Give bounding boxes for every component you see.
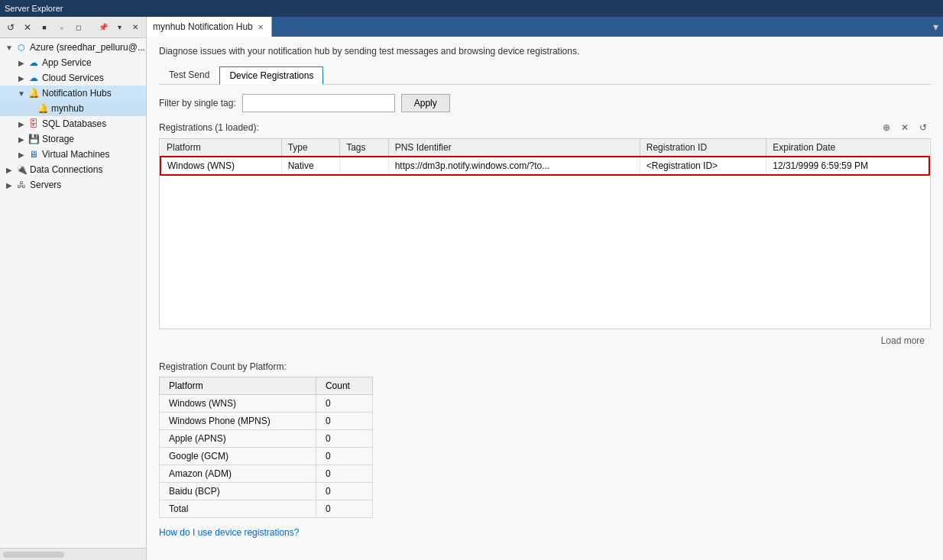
count-cell-count: 0 (316, 430, 372, 448)
sidebar-tree: ▼ ⬡ Azure (sreedhar_pelluru@... ▶ ☁ App … (0, 38, 146, 548)
sidebar: ↺ ✕ ■ ⬦ ◻ 📌 ▾ ✕ ▼ ⬡ Azure (sreedhar_pell… (0, 17, 147, 560)
count-cell-count: 0 (316, 395, 372, 413)
count-cell-count: 0 (316, 448, 372, 465)
cell-tags (340, 157, 388, 175)
count-cell-count: 0 (316, 500, 372, 518)
expand-icon-appservice: ▶ (15, 57, 28, 69)
count-title: Registration Count by Platform: (159, 361, 931, 372)
sidebar-item-label-dataconnections: Data Connections (30, 164, 102, 175)
sidebar-item-label-azure: Azure (sreedhar_pelluru@... (30, 42, 145, 53)
cell-expiration: 12/31/9999 6:59:59 PM (766, 157, 929, 175)
count-section: Registration Count by Platform: Platform… (159, 361, 931, 538)
cloudservices-icon: ☁ (28, 72, 40, 84)
count-cell-platform: Baidu (BCP) (160, 483, 316, 500)
expand-icon-storage: ▶ (15, 133, 28, 145)
cell-regid: <Registration ID> (640, 157, 766, 175)
sidebar-item-appservice[interactable]: ▶ ☁ App Service (0, 55, 146, 70)
help-link[interactable]: How do I use device registrations? (159, 527, 299, 538)
count-table-row: Windows Phone (MPNS)0 (160, 413, 373, 430)
count-col-platform: Platform (160, 377, 316, 395)
count-table-row: Total0 (160, 500, 373, 518)
col-platform: Platform (160, 139, 281, 157)
pin-button[interactable]: 📌 (96, 20, 111, 35)
count-cell-platform: Windows Phone (MPNS) (160, 413, 316, 430)
sqldatabases-icon: 🗄 (28, 118, 40, 130)
tab-deviceregistrations[interactable]: Device Registrations (219, 66, 323, 85)
filter-input[interactable] (242, 94, 395, 112)
appservice-icon: ☁ (28, 57, 40, 69)
cell-platform: Windows (WNS) (160, 157, 281, 175)
title-bar: Server Explorer (0, 0, 943, 17)
count-cell-count: 0 (316, 465, 372, 483)
mynhub-icon: 🔔 (37, 102, 49, 115)
inner-tabs: Test Send Device Registrations (159, 66, 931, 85)
apply-button[interactable]: Apply (401, 94, 450, 112)
sidebar-item-azure[interactable]: ▼ ⬡ Azure (sreedhar_pelluru@... (0, 40, 146, 55)
storage-icon: 💾 (28, 133, 40, 145)
count-cell-count: 0 (316, 413, 372, 430)
expand-icon-azure: ▼ (3, 41, 15, 53)
count-cell-platform: Apple (APNS) (160, 430, 316, 448)
toolbar-btn2[interactable]: ⬦ (53, 20, 69, 35)
sidebar-item-cloudservices[interactable]: ▶ ☁ Cloud Services (0, 70, 146, 86)
count-cell-count: 0 (316, 483, 372, 500)
count-table-row: Amazon (ADM)0 (160, 465, 373, 483)
dataconnections-icon: 🔌 (15, 163, 28, 176)
count-table-row: Google (GCM)0 (160, 448, 373, 465)
expand-icon-virtualmachines: ▶ (15, 148, 28, 160)
sidebar-item-label-cloudservices: Cloud Services (42, 73, 104, 83)
sidebar-item-virtualmachines[interactable]: ▶ 🖥 Virtual Machines (0, 147, 146, 162)
expand-icon-cloudservices: ▶ (15, 72, 28, 84)
load-more-row: Load more (159, 332, 931, 349)
description-text: Diagnose issues with your notification h… (159, 46, 931, 57)
count-table-row: Baidu (BCP)0 (160, 483, 373, 500)
dropdown-button[interactable]: ▾ (112, 20, 127, 35)
sidebar-item-label-virtualmachines: Virtual Machines (42, 149, 110, 160)
count-cell-platform: Total (160, 500, 316, 518)
registrations-toolbar: ⊕ ✕ ↺ (879, 120, 931, 135)
tab-menu-button[interactable]: ▾ (928, 17, 943, 37)
registrations-title: Registrations (1 loaded): (159, 122, 259, 133)
count-cell-platform: Windows (WNS) (160, 395, 316, 413)
sidebar-item-mynhub[interactable]: 🔔 mynhub (0, 101, 146, 116)
sidebar-bottom (0, 548, 146, 560)
tab-testsend[interactable]: Test Send (159, 66, 219, 84)
expand-icon-mynhub (31, 102, 37, 115)
registrations-table: Platform Type Tags PNS Identifier Regist… (160, 139, 930, 176)
table-row[interactable]: Windows (WNS) Native https://dm3p.notify… (160, 157, 929, 175)
sidebar-item-servers[interactable]: ▶ 🖧 Servers (0, 177, 146, 193)
empty-space (160, 176, 930, 329)
load-more-text: Load more (881, 335, 925, 346)
content-panel: Diagnose issues with your notification h… (147, 37, 943, 560)
sidebar-scrollbar[interactable] (3, 552, 64, 558)
filter-row: Filter by single tag: Apply (159, 94, 931, 112)
tab-close-button[interactable]: ✕ (256, 23, 265, 31)
toolbar-btn1[interactable]: ■ (37, 20, 52, 35)
col-tags: Tags (340, 139, 388, 157)
sidebar-item-label-appservice: App Service (42, 57, 92, 68)
col-type: Type (281, 139, 339, 157)
main-tab[interactable]: mynhub Notification Hub ✕ (147, 17, 272, 37)
virtualmachines-icon: 🖥 (28, 148, 40, 160)
col-expiration: Expiration Date (766, 139, 929, 157)
sidebar-item-dataconnections[interactable]: ▶ 🔌 Data Connections (0, 162, 146, 177)
stop-button[interactable]: ✕ (20, 20, 35, 35)
toolbar-btn3[interactable]: ◻ (70, 20, 86, 35)
count-table-row: Apple (APNS)0 (160, 430, 373, 448)
add-registration-button[interactable]: ⊕ (879, 120, 894, 135)
col-regid: Registration ID (640, 139, 766, 157)
sidebar-item-label-sqldatabases: SQL Databases (42, 118, 106, 129)
title-bar-text: Server Explorer (5, 4, 63, 13)
sidebar-item-label-notificationhubs: Notification Hubs (42, 88, 112, 99)
delete-registration-button[interactable]: ✕ (897, 120, 912, 135)
sidebar-item-notificationhubs[interactable]: ▼ 🔔 Notification Hubs (0, 86, 146, 101)
refresh-registrations-button[interactable]: ↺ (915, 120, 931, 135)
count-cell-platform: Google (GCM) (160, 448, 316, 465)
sidebar-toolbar: ↺ ✕ ■ ⬦ ◻ 📌 ▾ ✕ (0, 17, 146, 38)
expand-icon-servers: ▶ (3, 179, 15, 191)
sidebar-item-sqldatabases[interactable]: ▶ 🗄 SQL Databases (0, 116, 146, 131)
refresh-button[interactable]: ↺ (3, 20, 18, 35)
expand-icon-sqldatabases: ▶ (15, 118, 28, 130)
sidebar-close-button[interactable]: ✕ (128, 20, 143, 35)
sidebar-item-storage[interactable]: ▶ 💾 Storage (0, 131, 146, 147)
